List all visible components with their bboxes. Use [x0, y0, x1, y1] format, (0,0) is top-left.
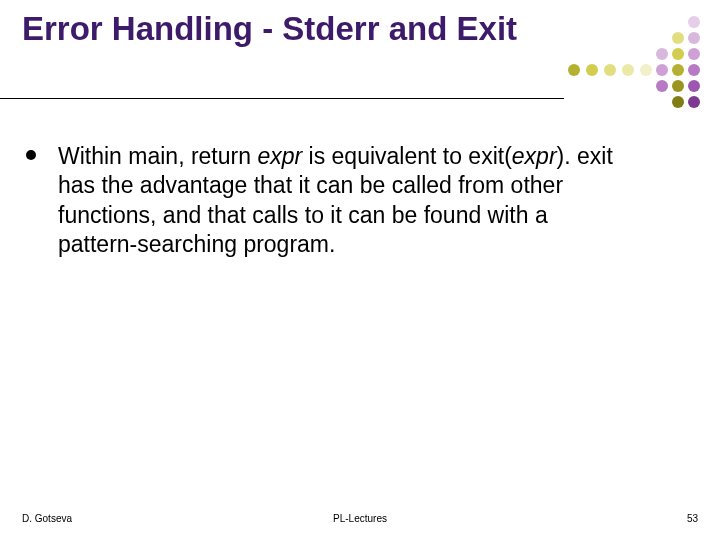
deco-dot: [672, 32, 684, 44]
body-expr-2: expr: [512, 143, 557, 169]
footer-author: D. Gotseva: [22, 513, 72, 524]
deco-dot: [656, 80, 668, 92]
deco-dot: [586, 64, 598, 76]
deco-dot: [672, 64, 684, 76]
decorative-dot-grid: [568, 14, 710, 114]
slide-number: 53: [687, 513, 698, 524]
body-seg-1: Within main, return: [58, 143, 257, 169]
deco-dot: [672, 48, 684, 60]
body-seg-2: is equivalent to exit(: [302, 143, 512, 169]
slide-title: Error Handling - Stderr and Exit: [22, 10, 517, 49]
deco-dot: [688, 32, 700, 44]
deco-dot: [688, 80, 700, 92]
deco-dot: [688, 96, 700, 108]
deco-dot: [656, 64, 668, 76]
deco-dot: [568, 64, 580, 76]
body-expr-1: expr: [257, 143, 302, 169]
deco-dot: [672, 96, 684, 108]
footer-title: PL-Lectures: [333, 513, 387, 524]
deco-dot: [640, 64, 652, 76]
deco-dot: [656, 48, 668, 60]
body-paragraph: Within main, return expr is equivalent t…: [58, 142, 628, 260]
deco-dot: [622, 64, 634, 76]
deco-dot: [688, 16, 700, 28]
title-underline: [0, 98, 564, 99]
deco-dot: [688, 48, 700, 60]
bullet-icon: [26, 150, 36, 160]
deco-dot: [604, 64, 616, 76]
deco-dot: [688, 64, 700, 76]
deco-dot: [672, 80, 684, 92]
